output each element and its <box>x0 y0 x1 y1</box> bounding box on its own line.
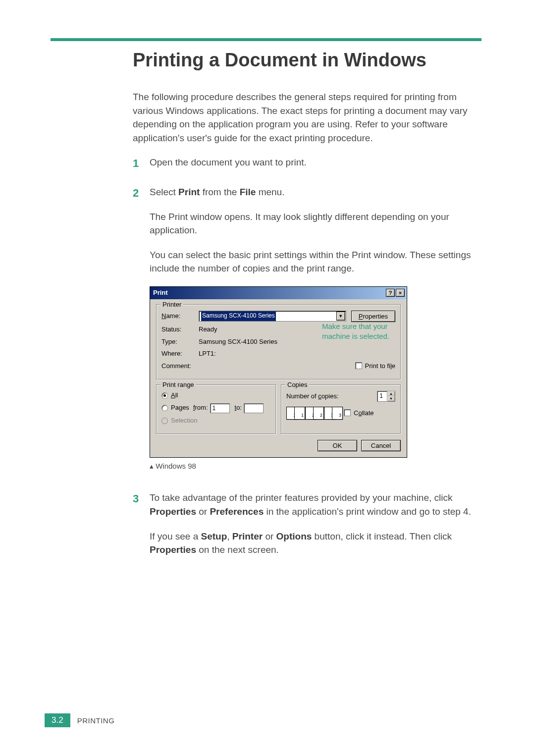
print-range-group: All Pages from: 1 to: <box>156 384 276 434</box>
header-rule <box>51 38 482 41</box>
help-button[interactable]: ? <box>386 289 395 297</box>
radio-all[interactable]: All <box>161 391 270 400</box>
row-name: Name: Samsung SCX-4100 Series ▼ Properti… <box>161 311 395 322</box>
printer-group: Name: Samsung SCX-4100 Series ▼ Properti… <box>156 304 401 379</box>
radio-pages[interactable]: Pages from: 1 to: <box>161 403 270 413</box>
print-dialog-screenshot: Print ? × Name: Samsung <box>150 286 482 472</box>
status-label: Status: <box>161 325 199 334</box>
close-button[interactable]: × <box>396 289 405 297</box>
page-number: 3.2 <box>45 713 70 727</box>
range-copies-row: All Pages from: 1 to: <box>156 384 401 437</box>
dialog-buttons: OK Cancel <box>156 440 401 451</box>
step-body: To take advantage of the printer feature… <box>150 491 482 556</box>
radio-selection: Selection <box>161 416 270 426</box>
dialog-title: Print <box>153 288 168 298</box>
print-to-file-checkbox[interactable]: Print to file <box>355 362 395 371</box>
callout-text: Make sure that your machine is selected. <box>322 322 416 342</box>
ok-button[interactable]: OK <box>318 440 357 451</box>
step-1: 1 Open the document you want to print. <box>133 156 482 171</box>
properties-button[interactable]: Properties <box>351 311 395 322</box>
step-3: 3 To take advantage of the printer featu… <box>133 491 482 556</box>
step-text: Open the document you want to print. <box>150 156 482 169</box>
checkbox-icon <box>355 362 362 369</box>
type-value: Samsung SCX-4100 Series <box>199 337 277 347</box>
chevron-down-icon: ▼ <box>336 312 345 321</box>
printer-select[interactable]: Samsung SCX-4100 Series ▼ <box>199 311 346 322</box>
cancel-button[interactable]: Cancel <box>361 440 401 451</box>
row-comment: Comment: Print to file <box>161 362 395 371</box>
step-text: To take advantage of the printer feature… <box>150 491 482 518</box>
dialog-body: Name: Samsung SCX-4100 Series ▼ Properti… <box>150 299 407 457</box>
step-text: The Print window opens. It may look slig… <box>150 210 482 237</box>
chevron-down-icon[interactable]: ▼ <box>387 396 395 401</box>
copies-group: Number of copies: 1 ▲ ▼ <box>281 384 401 434</box>
page-title: Printing a Document in Windows <box>133 50 482 71</box>
spinner-buttons: ▲ ▼ <box>387 391 395 401</box>
row-where: Where: LPT1: <box>161 349 395 359</box>
radio-off-icon <box>161 405 168 411</box>
from-input[interactable]: 1 <box>210 403 230 413</box>
titlebar-buttons: ? × <box>386 289 405 297</box>
radio-disabled-icon <box>161 418 168 424</box>
dialog-titlebar: Print ? × <box>150 287 407 299</box>
collate-icon <box>286 407 340 420</box>
step-text: Select Print from the File menu. <box>150 185 482 199</box>
steps-list: 1 Open the document you want to print. 2… <box>133 156 482 556</box>
copies-value: 1 <box>377 392 387 400</box>
section-name: PRINTING <box>77 716 115 725</box>
collate-checkbox[interactable]: Collate <box>344 409 374 418</box>
to-input[interactable] <box>244 403 264 413</box>
row-numcopies: Number of copies: 1 ▲ ▼ <box>286 391 395 402</box>
row-collate: Collate <box>286 407 395 420</box>
radio-on-icon <box>161 392 168 399</box>
selected-printer: Samsung SCX-4100 Series <box>201 311 276 321</box>
status-value: Ready <box>199 325 217 334</box>
step-number: 3 <box>133 491 150 556</box>
step-body: Open the document you want to print. <box>150 156 482 171</box>
intro-paragraph: The following procedure describes the ge… <box>133 90 482 145</box>
name-label: Name: <box>161 312 199 321</box>
step-2: 2 Select Print from the File menu. The P… <box>133 185 482 476</box>
copies-spinner[interactable]: 1 ▲ ▼ <box>377 391 395 402</box>
step-number: 1 <box>133 156 150 171</box>
step-number: 2 <box>133 185 150 476</box>
comment-label: Comment: <box>161 362 199 371</box>
step-text: You can select the basic print settings … <box>150 248 482 275</box>
where-value: LPT1: <box>199 349 216 359</box>
page-footer: 3.2 PRINTING <box>45 713 114 727</box>
print-dialog: Print ? × Name: Samsung <box>150 286 407 458</box>
screenshot-caption: Windows 98 <box>150 461 482 472</box>
step-body: Select Print from the File menu. The Pri… <box>150 185 482 476</box>
step-text: If you see a Setup, Printer or Options b… <box>150 530 482 557</box>
type-label: Type: <box>161 337 199 347</box>
chevron-up-icon[interactable]: ▲ <box>387 391 395 396</box>
checkbox-icon <box>344 409 351 416</box>
where-label: Where: <box>161 349 199 359</box>
main-content: The following procedure describes the ge… <box>133 90 482 571</box>
